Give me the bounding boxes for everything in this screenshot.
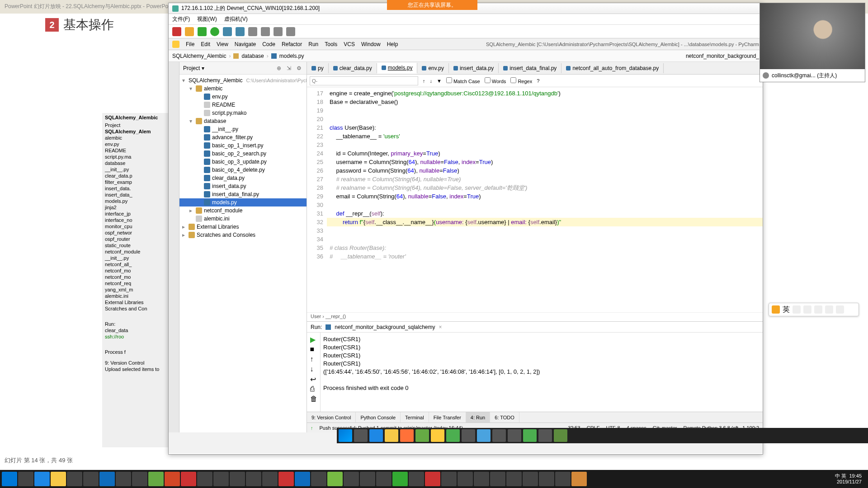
vm-menu-vm[interactable]: 虚拟机(V) [224, 15, 248, 23]
app-icon[interactable] [425, 472, 440, 486]
menu-file[interactable]: File [186, 41, 194, 47]
explorer-icon[interactable] [385, 429, 398, 442]
tree-item-env.py[interactable]: env.py [179, 93, 307, 101]
menu-code[interactable]: Code [262, 41, 275, 47]
print-icon[interactable]: ⎙ [310, 385, 317, 392]
tree-item-basic_op_1_insert.py[interactable]: basic_op_1_insert.py [179, 141, 307, 150]
vm-tool-icon[interactable] [274, 27, 283, 36]
app-icon[interactable] [523, 472, 538, 486]
app-icon[interactable] [213, 472, 229, 486]
ide-left-gutter[interactable] [169, 62, 179, 432]
breadcrumb-file[interactable]: models.py [279, 53, 304, 59]
rerun-icon[interactable]: ▶ [310, 335, 317, 343]
menu-window[interactable]: Window [361, 41, 381, 47]
explorer-icon[interactable] [51, 472, 66, 486]
editor-tab-netconf_all_auto_from_database.py[interactable]: netconf_all_auto_from_database.py [561, 63, 664, 73]
menu-refactor[interactable]: Refactor [282, 41, 302, 47]
vm-tool-icon[interactable] [286, 27, 295, 36]
vm-manage-icon[interactable] [236, 27, 245, 36]
app-icon[interactable] [295, 472, 310, 486]
tree-item-__init__.py[interactable]: __init__.py [179, 125, 307, 133]
edge-icon[interactable] [369, 429, 383, 442]
taskview-icon[interactable] [354, 429, 368, 442]
app-icon[interactable] [376, 472, 392, 486]
bottom-tab[interactable]: 6: TODO [490, 412, 519, 422]
tree-item-basic_op_2_search.py[interactable]: basic_op_2_search.py [179, 150, 307, 158]
regex-checkbox[interactable]: Regex [510, 77, 532, 84]
ime-keyboard-icon[interactable] [814, 305, 822, 314]
tree-item-advance_filter.py[interactable]: advance_filter.py [179, 133, 307, 141]
bottom-tab[interactable]: Terminal [401, 412, 429, 422]
app-icon[interactable] [278, 472, 294, 486]
app-icon[interactable] [490, 472, 505, 486]
app-icon[interactable] [415, 429, 429, 442]
cortana-icon[interactable] [18, 472, 33, 486]
ime-menu-icon[interactable] [836, 305, 844, 314]
project-tree[interactable]: ▾SQLAlchemy_AlembicC:\Users\Administrato… [179, 75, 307, 432]
code-breadcrumb[interactable]: User › __repr_() [307, 312, 763, 321]
tree-item-alembic[interactable]: ▾alembic [179, 84, 307, 93]
database-icon[interactable] [538, 429, 552, 442]
tree-item-netconf_module[interactable]: ▸netconf_module [179, 206, 307, 215]
tree-item-basic_op_3_update.py[interactable]: basic_op_3_update.py [179, 158, 307, 166]
editor-tab-models.py[interactable]: models.py [377, 63, 418, 74]
powerpoint-icon[interactable] [165, 472, 180, 486]
app-icon[interactable] [116, 472, 131, 486]
mail-icon[interactable] [83, 472, 99, 486]
start-icon[interactable] [339, 429, 352, 442]
vm-menu-file[interactable]: 文件(F) [172, 15, 190, 23]
wireshark-icon[interactable] [477, 429, 491, 442]
trash-icon[interactable]: 🗑 [310, 395, 317, 402]
start-icon[interactable] [2, 472, 17, 486]
host-clock[interactable]: 中 英 19:45 2019/11/27 [835, 473, 866, 485]
skype-icon[interactable] [99, 472, 115, 486]
vm-play-icon[interactable] [198, 27, 207, 36]
up-icon[interactable]: ↑ [310, 355, 317, 362]
bottom-tab[interactable]: Python Console [356, 412, 401, 422]
stop-icon[interactable]: ■ [310, 345, 317, 352]
host-taskbar[interactable]: 中 英 19:45 2019/11/27 [0, 470, 868, 488]
down-icon[interactable]: ↓ [310, 365, 317, 372]
app-icon[interactable] [539, 472, 554, 486]
run-config-name[interactable]: netconf_monitor_background_sqlalchemy [335, 324, 435, 330]
breadcrumb-right-tab[interactable]: netconf_monitor_background_ [686, 53, 759, 59]
editor-tab-insert_data.py[interactable]: insert_data.py [449, 63, 499, 73]
editor-tab-py[interactable]: py [307, 63, 329, 73]
run-output[interactable]: Router(CSR1)Router(CSR1)Router(CSR1)Rout… [321, 333, 763, 412]
bottom-tab[interactable]: File Transfer [429, 412, 466, 422]
editor-tab-env.py[interactable]: env.py [417, 63, 448, 73]
chrome-icon[interactable] [446, 429, 460, 442]
gear-icon[interactable]: ⚙ [297, 65, 303, 71]
tree-item-insert_data.py[interactable]: insert_data.py [179, 182, 307, 190]
app-icon[interactable] [523, 429, 537, 442]
tree-item-script.py.mako[interactable]: script.py.mako [179, 109, 307, 117]
tree-item-models.py[interactable]: models.py [179, 198, 307, 206]
app-icon[interactable] [132, 472, 147, 486]
tree-item-Scratches and Consoles[interactable]: ▸Scratches and Consoles [179, 231, 307, 239]
match-case-checkbox[interactable]: Match Case [446, 77, 480, 84]
breadcrumb-root[interactable]: SQLAlchemy_Alembic [172, 53, 226, 59]
vm-tool-icon[interactable] [261, 27, 270, 36]
filter-icon[interactable]: ▼ [437, 78, 442, 84]
app-icon[interactable] [148, 472, 164, 486]
app-icon[interactable] [571, 472, 587, 486]
tree-item-External Libraries[interactable]: ▸External Libraries [179, 223, 307, 231]
bottom-tab[interactable]: 9: Version Control [307, 412, 356, 422]
vm-stop-icon[interactable] [172, 27, 181, 36]
app-icon[interactable] [344, 472, 359, 486]
locate-icon[interactable]: ⊕ [277, 65, 283, 71]
app-icon[interactable] [230, 472, 245, 486]
app-icon[interactable] [462, 429, 475, 442]
app-icon[interactable] [474, 472, 489, 486]
app-icon[interactable] [409, 472, 424, 486]
edge-icon[interactable] [34, 472, 50, 486]
tree-item-basic_op_4_delete.py[interactable]: basic_op_4_delete.py [179, 166, 307, 174]
ime-voice-icon[interactable] [803, 305, 811, 314]
app-icon[interactable] [311, 472, 326, 486]
app-icon[interactable] [181, 472, 196, 486]
tree-item-clear_data.py[interactable]: clear_data.py [179, 174, 307, 182]
app-icon[interactable] [360, 472, 375, 486]
app-icon[interactable] [441, 472, 457, 486]
tree-item-database[interactable]: ▾database [179, 117, 307, 125]
close-icon[interactable]: × [439, 324, 442, 330]
